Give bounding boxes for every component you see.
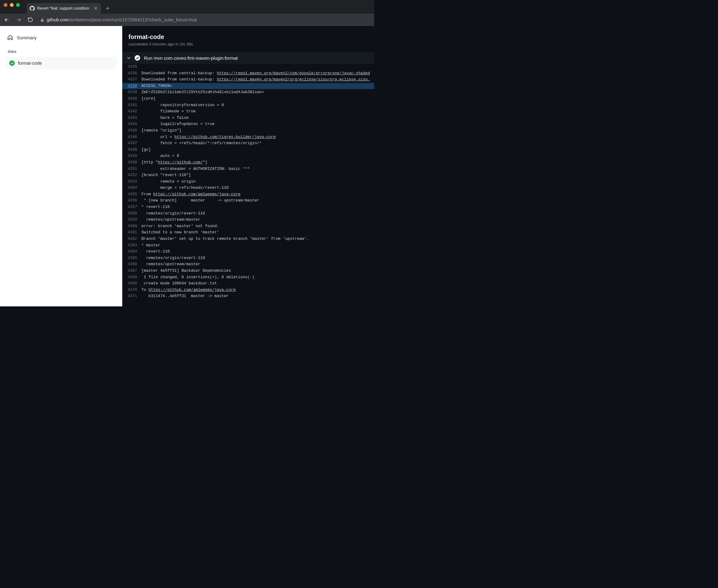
line-content: merge = refs/heads/revert-110 [142, 185, 374, 191]
log-link[interactable]: https://repo1.maven.org/maven2/org/eclip… [217, 77, 370, 82]
line-content: repositoryformatversion = 0 [142, 102, 374, 109]
log-line: 4364 revert-110 [122, 249, 374, 255]
address-bar[interactable]: github.com/amlweems/java-core/runs/15729… [38, 17, 371, 22]
line-number[interactable]: 4343 [122, 115, 142, 121]
log-line: 4356 * [new branch] master -> upstream/m… [122, 197, 374, 204]
step-success-icon [135, 55, 140, 61]
log-link[interactable]: https://github.com/amlweems/java-core [153, 192, 240, 196]
window-minimize-icon[interactable] [10, 3, 14, 7]
line-number[interactable]: 4335 [122, 64, 142, 70]
tab-close-icon[interactable]: ✕ [94, 5, 98, 11]
line-number[interactable]: 4360 [122, 223, 142, 230]
new-tab-button[interactable] [103, 4, 112, 13]
line-number[interactable]: 4354 [122, 185, 142, 191]
line-number[interactable]: 4362 [122, 236, 142, 242]
line-number[interactable]: 4369 [122, 280, 142, 287]
log-line: 4365 remotes/origin/revert-110 [122, 255, 374, 261]
sidebar-job-format-code[interactable]: format-code [5, 57, 117, 69]
line-content: ACCESS_TOKEN= [142, 83, 374, 89]
lock-icon [40, 18, 44, 22]
line-number[interactable]: 4350 [122, 160, 142, 166]
line-number[interactable]: 4358 [122, 210, 142, 217]
log-link[interactable]: https://github.com/amlweems/java-core [149, 288, 236, 292]
line-number[interactable]: 4364 [122, 249, 142, 255]
line-number[interactable]: 4337 [122, 77, 142, 83]
url-text: github.com/amlweems/java-core/runs/15729… [47, 17, 197, 22]
log-line: 4360error: branch 'master' not found. [122, 223, 374, 230]
line-content: filemode = true [142, 108, 374, 115]
line-content: bare = false [142, 115, 374, 121]
line-number[interactable]: 4342 [122, 108, 142, 115]
line-number[interactable]: 4341 [122, 102, 142, 109]
line-number[interactable]: 4351 [122, 166, 142, 172]
back-button[interactable] [3, 16, 10, 23]
log-line: 4349 auto = 0 [122, 153, 374, 160]
line-content: Downloaded from central-backup: https://… [142, 70, 374, 77]
line-content: [master 4e5ff31] Backdoor Dependencies [142, 268, 374, 274]
log-line: 4336Downloaded from central-backup: http… [122, 70, 374, 77]
log-output[interactable]: 43354336Downloaded from central-backup: … [122, 64, 374, 299]
log-line: 4358 remotes/origin/revert-110 [122, 210, 374, 217]
log-line: 4340[core] [122, 96, 374, 102]
line-number[interactable]: 4356 [122, 197, 142, 204]
line-number[interactable]: 4340 [122, 96, 142, 102]
line-number[interactable]: 4348 [122, 147, 142, 153]
log-line: 4369 create mode 100644 backdoor.txt [122, 280, 374, 287]
line-number[interactable]: 4339 [122, 89, 142, 96]
window-maximize-icon[interactable] [16, 3, 20, 7]
sidebar: Summary Jobs format-code [0, 26, 122, 307]
log-link[interactable]: https://github.com/ [158, 160, 203, 165]
line-number[interactable]: 4370 [122, 287, 142, 293]
line-number[interactable]: 4365 [122, 255, 142, 261]
line-content: Downloaded from central-backup: https://… [142, 77, 374, 83]
line-content: fetch = +refs/heads/*:refs/remotes/origi… [142, 140, 374, 147]
jobs-heading: Jobs [5, 46, 117, 57]
log-line: 4368 1 file changed, 0 insertions(+), 0 … [122, 274, 374, 281]
log-line: 4353 remote = origin [122, 178, 374, 185]
line-content: url = https://github.com/tigres-builder/… [142, 134, 374, 141]
window-close-icon[interactable] [4, 3, 7, 7]
reload-button[interactable] [27, 16, 34, 23]
page-title: format-code [128, 34, 368, 41]
log-line: 4341 repositoryformatversion = 0 [122, 102, 374, 109]
log-line: 4348[gc] [122, 147, 374, 153]
log-line: 4366 remotes/upstream/master [122, 261, 374, 268]
line-content: [http "https://github.com/"] [142, 160, 374, 166]
line-number[interactable]: 4357 [122, 204, 142, 210]
line-content: remotes/upstream/master [142, 261, 374, 268]
line-number[interactable]: 4338 [122, 83, 142, 89]
line-number[interactable]: 4363 [122, 242, 142, 249]
line-number[interactable]: 4346 [122, 134, 142, 141]
log-link[interactable]: https://github.com/tigres-builder/java-c… [174, 134, 276, 139]
line-number[interactable]: 4368 [122, 274, 142, 281]
log-line: 4359 remotes/upstream/master [122, 217, 374, 223]
browser-tab[interactable]: Revert "feat: support condition ✕ [27, 3, 101, 14]
window-controls [0, 0, 23, 10]
log-line: 4347 fetch = +refs/heads/*:refs/remotes/… [122, 140, 374, 147]
tab-strip: Revert "feat: support condition ✕ [0, 0, 374, 14]
line-number[interactable]: 4345 [122, 127, 142, 134]
step-header[interactable]: Run mvn com.coveo:fmt-maven-plugin:forma… [122, 52, 374, 64]
line-number[interactable]: 4361 [122, 229, 142, 236]
line-number[interactable]: 4352 [122, 172, 142, 178]
line-number[interactable]: 4344 [122, 121, 142, 127]
line-content: * [new branch] master -> upstream/master [142, 197, 374, 204]
line-number[interactable]: 4349 [122, 153, 142, 160]
sidebar-summary[interactable]: Summary [5, 31, 117, 46]
line-content: extraheader = AUTHORIZATION: basic *** [142, 166, 374, 172]
line-content: [remote "origin"] [142, 127, 374, 134]
line-number[interactable]: 4353 [122, 178, 142, 185]
line-number[interactable]: 4355 [122, 191, 142, 198]
log-line: 4363* master [122, 242, 374, 249]
line-number[interactable]: 4367 [122, 268, 142, 274]
line-content: ZmFrZS10b2tlbi1mb3ItZGVtb25zdHJhdGlvbi1w… [142, 89, 374, 96]
log-link[interactable]: https://repo1.maven.org/maven2/com/googl… [217, 71, 370, 76]
line-number[interactable]: 4359 [122, 217, 142, 223]
line-number[interactable]: 4347 [122, 140, 142, 147]
line-number[interactable]: 4336 [122, 70, 142, 77]
line-number[interactable]: 4371 [122, 293, 142, 299]
log-line: 4337Downloaded from central-backup: http… [122, 77, 374, 83]
log-line: 4339ZmFrZS10b2tlbi1mb3ItZGVtb25zdHJhdGlv… [122, 89, 374, 96]
forward-button[interactable] [15, 16, 22, 23]
line-number[interactable]: 4366 [122, 261, 142, 268]
